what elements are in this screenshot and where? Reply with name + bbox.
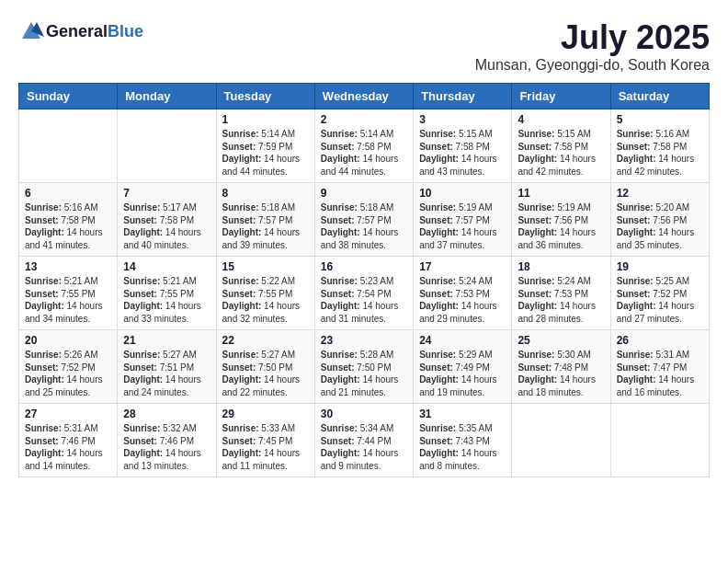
calendar-cell <box>512 404 610 477</box>
calendar-week-3: 13Sunrise: 5:21 AMSunset: 7:55 PMDayligh… <box>19 257 710 330</box>
day-info: Sunset: 7:53 PM <box>419 288 506 301</box>
day-number: 30 <box>321 408 407 420</box>
day-number: 16 <box>321 260 407 273</box>
calendar-cell: 25Sunrise: 5:30 AMSunset: 7:48 PMDayligh… <box>512 330 610 404</box>
day-number: 3 <box>419 113 506 126</box>
calendar-cell: 20Sunrise: 5:26 AMSunset: 7:52 PMDayligh… <box>19 330 118 404</box>
calendar-cell: 21Sunrise: 5:27 AMSunset: 7:51 PMDayligh… <box>118 330 216 404</box>
calendar-cell: 7Sunrise: 5:17 AMSunset: 7:58 PMDaylight… <box>118 183 216 257</box>
day-info: Daylight: 14 hours and 40 minutes. <box>123 226 210 251</box>
calendar-cell: 15Sunrise: 5:22 AMSunset: 7:55 PMDayligh… <box>216 257 314 330</box>
day-info: Sunrise: 5:28 AM <box>321 349 407 362</box>
day-number: 20 <box>25 334 111 347</box>
day-number: 21 <box>123 334 210 347</box>
logo-icon <box>18 18 44 44</box>
day-number: 13 <box>25 260 111 273</box>
calendar-cell: 4Sunrise: 5:15 AMSunset: 7:58 PMDaylight… <box>512 109 610 183</box>
day-info: Sunrise: 5:29 AM <box>419 349 506 362</box>
calendar-cell: 11Sunrise: 5:19 AMSunset: 7:56 PMDayligh… <box>512 183 610 257</box>
day-info: Daylight: 14 hours and 25 minutes. <box>25 373 111 398</box>
day-info: Sunrise: 5:35 AM <box>419 422 506 435</box>
calendar-cell: 13Sunrise: 5:21 AMSunset: 7:55 PMDayligh… <box>19 257 118 330</box>
day-info: Sunrise: 5:19 AM <box>518 201 604 214</box>
day-info: Sunset: 7:46 PM <box>25 435 111 448</box>
day-info: Sunset: 7:58 PM <box>419 141 506 154</box>
day-info: Daylight: 14 hours and 31 minutes. <box>321 300 407 325</box>
day-info: Daylight: 14 hours and 24 minutes. <box>123 373 210 398</box>
day-info: Sunrise: 5:21 AM <box>123 275 210 288</box>
day-info: Sunset: 7:45 PM <box>222 435 309 448</box>
day-info: Daylight: 14 hours and 8 minutes. <box>419 447 506 472</box>
day-info: Daylight: 14 hours and 22 minutes. <box>222 373 309 398</box>
day-info: Sunrise: 5:21 AM <box>25 275 111 288</box>
calendar-cell: 16Sunrise: 5:23 AMSunset: 7:54 PMDayligh… <box>314 257 413 330</box>
day-number: 27 <box>25 408 111 420</box>
day-info: Sunset: 7:49 PM <box>419 362 506 374</box>
day-info: Sunrise: 5:31 AM <box>617 349 703 362</box>
day-info: Daylight: 14 hours and 36 minutes. <box>518 226 604 251</box>
day-info: Sunrise: 5:34 AM <box>321 422 407 435</box>
calendar-cell: 1Sunrise: 5:14 AMSunset: 7:59 PMDaylight… <box>216 109 314 183</box>
calendar-cell: 23Sunrise: 5:28 AMSunset: 7:50 PMDayligh… <box>314 330 413 404</box>
day-info: Sunrise: 5:24 AM <box>419 275 506 288</box>
day-info: Sunrise: 5:27 AM <box>123 349 210 362</box>
day-info: Daylight: 14 hours and 19 minutes. <box>419 373 506 398</box>
day-info: Daylight: 14 hours and 18 minutes. <box>518 373 604 398</box>
calendar-cell: 30Sunrise: 5:34 AMSunset: 7:44 PMDayligh… <box>314 404 413 477</box>
calendar-table: SundayMondayTuesdayWednesdayThursdayFrid… <box>18 83 710 477</box>
day-info: Daylight: 14 hours and 33 minutes. <box>123 300 210 325</box>
day-info: Sunrise: 5:31 AM <box>25 422 111 435</box>
day-info: Daylight: 14 hours and 16 minutes. <box>617 373 703 398</box>
day-info: Sunrise: 5:25 AM <box>617 275 703 288</box>
day-header-wednesday: Wednesday <box>314 84 413 109</box>
calendar-week-4: 20Sunrise: 5:26 AMSunset: 7:52 PMDayligh… <box>19 330 710 404</box>
day-number: 7 <box>123 187 210 200</box>
day-info: Sunrise: 5:16 AM <box>25 201 111 214</box>
day-info: Daylight: 14 hours and 43 minutes. <box>419 153 506 178</box>
day-info: Sunset: 7:57 PM <box>222 214 309 227</box>
day-info: Daylight: 14 hours and 42 minutes. <box>518 153 604 178</box>
calendar-week-1: 1Sunrise: 5:14 AMSunset: 7:59 PMDaylight… <box>19 109 710 183</box>
day-info: Sunrise: 5:15 AM <box>518 128 604 141</box>
day-info: Sunrise: 5:20 AM <box>617 201 703 214</box>
title-block: July 2025 Munsan, Gyeonggi-do, South Kor… <box>475 18 710 74</box>
calendar-week-2: 6Sunrise: 5:16 AMSunset: 7:58 PMDaylight… <box>19 183 710 257</box>
day-number: 8 <box>222 187 309 200</box>
day-info: Sunset: 7:50 PM <box>222 362 309 374</box>
calendar-cell: 9Sunrise: 5:18 AMSunset: 7:57 PMDaylight… <box>314 183 413 257</box>
calendar-cell: 31Sunrise: 5:35 AMSunset: 7:43 PMDayligh… <box>414 404 512 477</box>
day-info: Daylight: 14 hours and 21 minutes. <box>321 373 407 398</box>
calendar-cell: 26Sunrise: 5:31 AMSunset: 7:47 PMDayligh… <box>610 330 709 404</box>
day-info: Sunset: 7:47 PM <box>617 362 703 374</box>
calendar-cell: 6Sunrise: 5:16 AMSunset: 7:58 PMDaylight… <box>19 183 118 257</box>
calendar-cell <box>19 109 118 183</box>
day-info: Sunset: 7:44 PM <box>321 435 407 448</box>
day-info: Sunrise: 5:18 AM <box>222 201 309 214</box>
day-info: Sunset: 7:55 PM <box>123 288 210 301</box>
logo: GeneralBlue <box>18 18 143 44</box>
calendar-cell: 12Sunrise: 5:20 AMSunset: 7:56 PMDayligh… <box>610 183 709 257</box>
calendar-cell: 19Sunrise: 5:25 AMSunset: 7:52 PMDayligh… <box>610 257 709 330</box>
day-info: Sunrise: 5:17 AM <box>123 201 210 214</box>
day-info: Daylight: 14 hours and 42 minutes. <box>617 153 703 178</box>
day-info: Sunset: 7:55 PM <box>25 288 111 301</box>
day-info: Sunset: 7:51 PM <box>123 362 210 374</box>
day-info: Daylight: 14 hours and 14 minutes. <box>25 447 111 472</box>
day-info: Sunset: 7:55 PM <box>222 288 309 301</box>
day-number: 29 <box>222 408 309 420</box>
day-number: 4 <box>518 113 604 126</box>
logo-general-text: General <box>46 22 108 40</box>
day-number: 28 <box>123 408 210 420</box>
subtitle: Munsan, Gyeonggi-do, South Korea <box>475 57 710 74</box>
calendar-cell: 8Sunrise: 5:18 AMSunset: 7:57 PMDaylight… <box>216 183 314 257</box>
day-number: 17 <box>419 260 506 273</box>
day-info: Sunrise: 5:15 AM <box>419 128 506 141</box>
day-info: Daylight: 14 hours and 41 minutes. <box>25 226 111 251</box>
day-info: Daylight: 14 hours and 11 minutes. <box>222 447 309 472</box>
day-info: Sunrise: 5:27 AM <box>222 349 309 362</box>
calendar-header-row: SundayMondayTuesdayWednesdayThursdayFrid… <box>19 84 710 109</box>
day-info: Sunset: 7:53 PM <box>518 288 604 301</box>
day-number: 9 <box>321 187 407 200</box>
day-header-sunday: Sunday <box>19 84 118 109</box>
day-info: Sunset: 7:58 PM <box>518 141 604 154</box>
